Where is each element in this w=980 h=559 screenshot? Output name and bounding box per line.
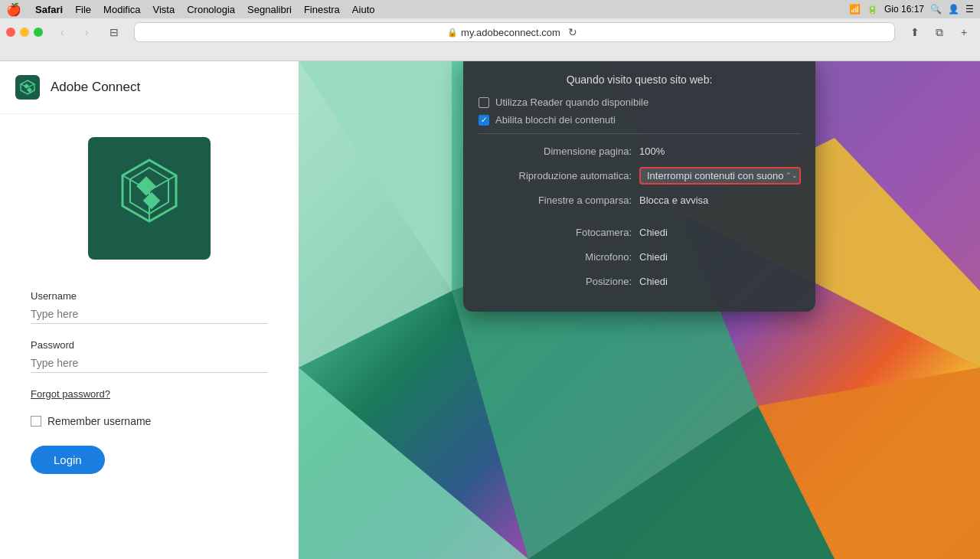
reader-row: Utilizza Reader quando disponibile <box>479 96 800 108</box>
menu-extra-icon[interactable]: ☰ <box>965 4 974 15</box>
autoplay-label: Riproduzione automatica: <box>479 170 639 181</box>
autoplay-select-wrapper: Interrompi contenuti con suono Consenti … <box>639 167 801 185</box>
menu-file[interactable]: File <box>69 4 97 15</box>
site-settings-popup: Quando visito questo sito web: Utilizza … <box>463 61 815 312</box>
lock-icon: 🔒 <box>447 28 458 38</box>
svg-marker-16 <box>299 61 452 368</box>
battery-icon: 🔋 <box>867 4 878 15</box>
microphone-row: Microfono: Chiedi <box>479 247 800 266</box>
remember-checkbox[interactable] <box>31 416 41 427</box>
wifi-icon: 📶 <box>849 4 861 15</box>
popup-title: Quando visito questo sito web: <box>479 74 800 86</box>
username-input[interactable] <box>31 305 268 324</box>
search-menubar-icon[interactable]: 🔍 <box>930 4 942 15</box>
maximize-window-button[interactable] <box>34 28 43 37</box>
reader-checkbox[interactable] <box>479 97 489 108</box>
profile-icon[interactable]: 👤 <box>948 4 959 15</box>
login-button[interactable]: Login <box>31 446 105 474</box>
minimize-window-button[interactable] <box>20 28 29 37</box>
username-label: Username <box>31 290 268 302</box>
apple-menu[interactable]: 🍎 <box>6 2 21 17</box>
popups-value: Blocca e avvisa <box>639 195 708 206</box>
forward-button[interactable]: › <box>77 25 96 40</box>
url-display: my.adobeconnect.com <box>461 27 560 38</box>
password-label: Password <box>31 339 268 351</box>
password-input[interactable] <box>31 354 268 373</box>
microphone-label: Microfono: <box>479 251 639 263</box>
content-area: Adobe Connect Usern <box>0 61 980 559</box>
page-size-value: 100% <box>639 145 665 157</box>
login-form: Username Password Forgot password? Remem… <box>0 275 299 489</box>
close-window-button[interactable] <box>6 28 15 37</box>
menu-segnalibri[interactable]: Segnalibri <box>241 4 298 15</box>
remember-label: Remember username <box>47 415 151 427</box>
back-button[interactable]: ‹ <box>52 25 72 40</box>
microphone-value: Chiedi <box>639 251 668 263</box>
app-icon <box>15 75 40 100</box>
address-bar[interactable]: 🔒 my.adobeconnect.com ↻ <box>135 23 894 41</box>
location-row: Posizione: Chiedi <box>479 272 800 290</box>
camera-value: Chiedi <box>639 227 668 238</box>
menu-safari[interactable]: Safari <box>29 4 69 15</box>
background-panel: Quando visito questo sito web: Utilizza … <box>299 61 980 559</box>
page-size-row: Dimensione pagina: 100% <box>479 142 800 160</box>
menu-finestra[interactable]: Finestra <box>298 4 346 15</box>
sidebar-show-button[interactable]: + <box>954 25 974 40</box>
refresh-button[interactable]: ↻ <box>564 23 582 41</box>
popup-divider-1 <box>479 133 800 134</box>
menu-cronologia[interactable]: Cronologia <box>181 4 241 15</box>
autoplay-select[interactable]: Interrompi contenuti con suono Consenti … <box>639 167 801 185</box>
popups-label: Finestre a comparsa: <box>479 195 639 206</box>
logo-container <box>0 114 299 275</box>
camera-row: Fotocamera: Chiedi <box>479 223 800 241</box>
popups-row: Finestre a comparsa: Blocca e avvisa <box>479 191 800 209</box>
sidebar-toggle-button[interactable]: ⊟ <box>104 25 124 40</box>
menu-aiuto[interactable]: Aiuto <box>346 4 381 15</box>
content-blocks-checkbox[interactable]: ✓ <box>479 115 489 126</box>
background-gradient: Quando visito questo sito web: Utilizza … <box>299 61 980 559</box>
logo-box <box>88 137 211 260</box>
location-value: Chiedi <box>639 276 668 287</box>
menubar: 🍎 Safari File Modifica Vista Cronologia … <box>0 0 980 18</box>
camera-label: Fotocamera: <box>479 227 639 238</box>
clock: Gio 16:17 <box>884 4 924 15</box>
new-tab-button[interactable]: ⧉ <box>929 25 949 40</box>
traffic-lights <box>6 28 43 37</box>
remember-row: Remember username <box>31 415 268 427</box>
autoplay-row: Riproduzione automatica: Interrompi cont… <box>479 166 800 185</box>
app-name-label: Adobe Connect <box>51 80 140 95</box>
reader-label: Utilizza Reader quando disponibile <box>495 96 648 108</box>
share-button[interactable]: ⬆ <box>905 25 925 40</box>
location-label: Posizione: <box>479 276 639 287</box>
menu-modifica[interactable]: Modifica <box>97 4 146 15</box>
login-header: Adobe Connect <box>0 61 299 114</box>
content-blocks-label: Abilita blocchi dei contenuti <box>495 114 616 126</box>
login-panel: Adobe Connect Usern <box>0 61 299 559</box>
browser-chrome: ‹ › ⊟ 🔒 my.adobeconnect.com ↻ ⬆ ⧉ + <box>0 18 980 61</box>
forgot-password-link[interactable]: Forgot password? <box>31 388 268 400</box>
page-size-label: Dimensione pagina: <box>479 145 639 157</box>
menu-vista[interactable]: Vista <box>147 4 181 15</box>
content-blocks-row: ✓ Abilita blocchi dei contenuti <box>479 114 800 126</box>
